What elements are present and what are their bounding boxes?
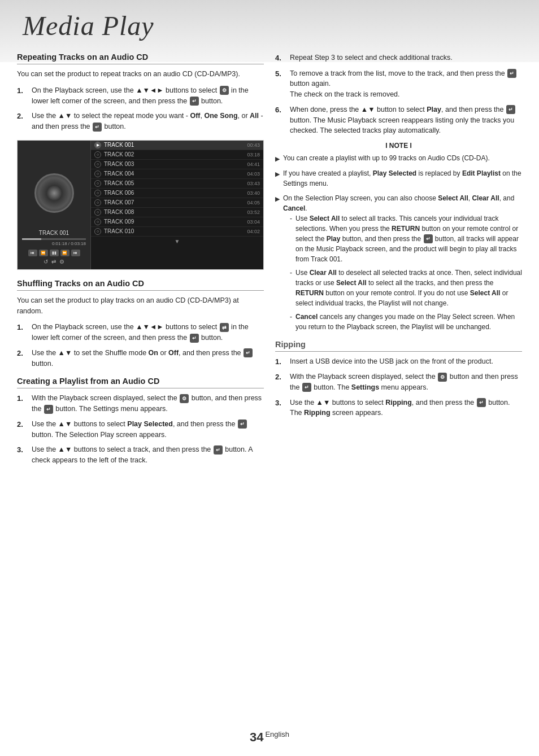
track-row[interactable]: ○ TRACK 004 04:03	[91, 169, 263, 179]
note-bullet-1: ▶ You can create a playlist with up to 9…	[275, 153, 522, 164]
enter-button-icon: ↵	[93, 123, 102, 132]
step-item: 1. Insert a USB device into the USB jack…	[275, 356, 522, 368]
track-row[interactable]: ○ TRACK 009 03:04	[91, 217, 263, 227]
track-row[interactable]: ○ TRACK 008 03:52	[91, 208, 263, 217]
enter-button-icon: ↵	[190, 334, 199, 343]
enter-button-icon: ↵	[507, 69, 516, 78]
arrow-symbols: ▲▼◄►	[136, 323, 164, 331]
up-down-arrows: ▲▼	[316, 399, 331, 407]
player-screenshot: TRACK 001 0:01:18 / 0:03:18 ⏮ ⏪ ▮▮ ⏩ ⏭ ↺	[17, 140, 264, 270]
settings-button-icon: ⚙	[438, 373, 447, 382]
enter-button-icon: ↵	[506, 105, 515, 114]
shuffling-steps: 1. On the Playback screen, use the ▲▼◄► …	[17, 322, 264, 369]
up-down-arrows: ▲▼	[58, 112, 72, 120]
footer: 34English	[0, 730, 539, 745]
section-playlist-title: Creating a Playlist from an Audio CD	[17, 377, 264, 388]
step-item: 1. With the Playback screen displayed, s…	[17, 393, 264, 414]
track-label: TRACK 001	[39, 230, 69, 236]
shuffle-icon: ⇄	[220, 323, 229, 332]
track-row[interactable]: ▶ TRACK 001 00:43	[91, 141, 263, 150]
prev-button[interactable]: ⏮	[28, 250, 37, 256]
step-item: 1. On the Playback screen, use the ▲▼◄► …	[17, 85, 264, 107]
play-pause-button[interactable]: ▮▮	[50, 250, 59, 256]
sub-dash: -	[290, 268, 292, 278]
step-item: 6. When done, press the ▲▼ button to sel…	[275, 104, 522, 136]
enter-button-icon: ↵	[477, 398, 486, 407]
enter-button-icon: ↵	[214, 445, 223, 455]
track-row[interactable]: ○ TRACK 010 04:02	[91, 227, 263, 237]
enter-button-icon: ↵	[302, 383, 311, 392]
track-circle: ○	[94, 180, 101, 187]
track-circle: ○	[94, 190, 101, 196]
up-down-arrows: ▲▼	[58, 445, 72, 453]
ripping-steps: 1. Insert a USB device into the USB jack…	[275, 356, 522, 419]
left-column: Repeating Tracks on an Audio CD You can …	[17, 53, 264, 474]
settings-icon: ⚙	[59, 259, 64, 265]
enter-button-icon: ↵	[424, 234, 433, 243]
step-item: 1. On the Playback screen, use the ▲▼◄► …	[17, 322, 264, 343]
note-bullet-text: If you have created a playlist, Play Sel…	[283, 168, 522, 189]
note-bullet-text: On the Selection Play screen, you can al…	[283, 193, 522, 335]
step-item: 2. Use the ▲▼ buttons to select Play Sel…	[17, 419, 264, 440]
page: Media Play Repeating Tracks on an Audio …	[0, 0, 539, 756]
scroll-down-icon: ▼	[91, 237, 263, 246]
track-circle: ○	[94, 171, 101, 177]
step-item: 2. Use the ▲▼ to set the Shuffle mode On…	[17, 348, 264, 369]
next-button[interactable]: ⏭	[71, 250, 80, 256]
main-content: Repeating Tracks on an Audio CD You can …	[0, 47, 539, 491]
step-item: 5. To remove a track from the list, move…	[275, 68, 522, 100]
settings-icon: ⚙	[220, 86, 229, 95]
section-shuffling: Shuffling Tracks on an Audio CD You can …	[17, 279, 264, 369]
note-section: I NOTE I ▶ You can create a playlist wit…	[275, 142, 522, 335]
note-title: I NOTE I	[275, 142, 522, 150]
step-item: 4. Repeat Step 3 to select and check add…	[275, 53, 522, 64]
note-bullet-2: ▶ If you have created a playlist, Play S…	[275, 168, 522, 189]
continued-steps: 4. Repeat Step 3 to select and check add…	[275, 53, 522, 136]
track-row[interactable]: ○ TRACK 006 03:40	[91, 189, 263, 198]
track-circle: ○	[94, 219, 101, 225]
track-row[interactable]: ○ TRACK 007 04:05	[91, 198, 263, 208]
section-ripping-title: Ripping	[275, 340, 522, 352]
track-row[interactable]: ○ TRACK 005 03:43	[91, 179, 263, 189]
track-row[interactable]: ○ TRACK 003 04:41	[91, 160, 263, 169]
section-repeating: Repeating Tracks on an Audio CD You can …	[17, 53, 264, 132]
shuffle-icon: ⇄	[51, 259, 56, 265]
up-down-arrows: ▲▼	[361, 106, 375, 113]
sub-dash: -	[290, 312, 292, 322]
section-ripping: Ripping 1. Insert a USB device into the …	[275, 340, 522, 419]
bullet-arrow-icon: ▶	[275, 154, 280, 164]
note-sub-1: - Use Select All to select all tracks. T…	[290, 213, 522, 264]
track-circle: ○	[94, 199, 101, 206]
repeating-steps: 1. On the Playback screen, use the ▲▼◄► …	[17, 85, 264, 132]
enter-button-icon: ↵	[244, 348, 253, 357]
right-column: 4. Repeat Step 3 to select and check add…	[275, 53, 522, 474]
note-sub-3: - Cancel cancels any changes you made on…	[290, 312, 522, 332]
page-title: Media Play	[23, 10, 516, 41]
forward-button[interactable]: ⏩	[60, 250, 69, 256]
progress-bar-fill	[22, 238, 41, 240]
note-sub-text: Use Clear All to deselect all selected t…	[295, 268, 522, 308]
track-row[interactable]: ○ TRACK 002 03:18	[91, 150, 263, 160]
step-item: 3. Use the ▲▼ buttons to select Ripping,…	[275, 397, 522, 419]
enter-button-icon: ↵	[44, 405, 53, 414]
bullet-arrow-icon: ▶	[275, 169, 280, 179]
settings-button-icon: ⚙	[180, 394, 189, 403]
time-display: 0:01:18 / 0:03:18	[22, 241, 86, 246]
track-list: ▶ TRACK 001 00:43 ○ TRACK 002 03:18 ○ TR…	[91, 141, 263, 269]
sub-dash: -	[290, 213, 292, 224]
note-bullet-text: You can create a playlist with up to 99 …	[283, 153, 490, 163]
note-bullet-3: ▶ On the Selection Play screen, you can …	[275, 193, 522, 335]
track-circle: ○	[94, 151, 101, 158]
player-left-panel: TRACK 001 0:01:18 / 0:03:18 ⏮ ⏪ ▮▮ ⏩ ⏭ ↺	[18, 141, 91, 269]
note-sub-text: Use Select All to select all tracks. Thi…	[295, 213, 522, 264]
track-circle: ○	[94, 228, 101, 235]
disc-image	[34, 173, 74, 213]
up-down-arrows: ▲▼	[58, 420, 72, 428]
section-playlist: Creating a Playlist from an Audio CD 1. …	[17, 377, 264, 466]
rewind-button[interactable]: ⏪	[39, 250, 48, 256]
step-item: 3. Use the ▲▼ buttons to select a track,…	[17, 444, 264, 466]
language-label: English	[265, 730, 289, 738]
step-item: 2. Use the ▲▼ to select the repeat mode …	[17, 111, 264, 132]
playlist-steps: 1. With the Playback screen displayed, s…	[17, 393, 264, 466]
title-area: Media Play	[0, 0, 539, 47]
